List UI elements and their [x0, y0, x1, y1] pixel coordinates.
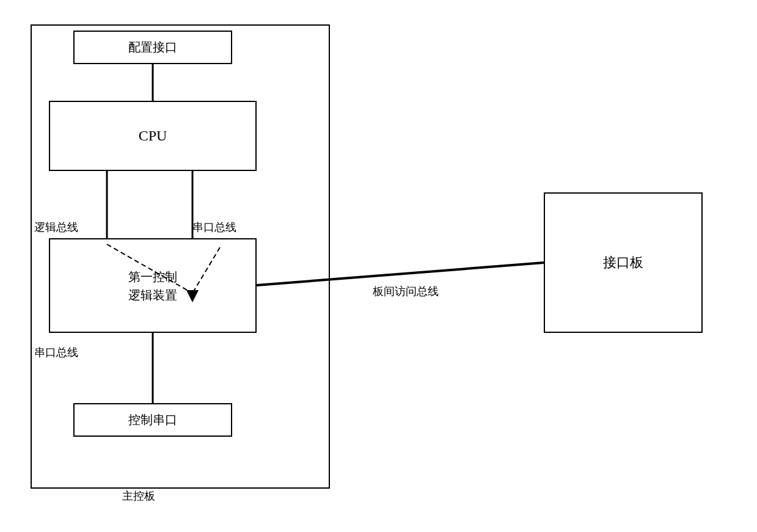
diagram-container: 主控板 配置接口 CPU 第一控制 逻辑装置 控制串口 接口板 逻辑总线 串口总… [12, 12, 745, 519]
logic-bus-label: 逻辑总线 [34, 220, 78, 235]
control-serial-label: 控制串口 [128, 412, 177, 428]
cpu-label: CPU [139, 128, 167, 144]
interface-board-label: 接口板 [603, 253, 643, 272]
config-interface-label: 配置接口 [128, 39, 177, 56]
control-serial-box: 控制串口 [73, 403, 232, 437]
config-interface-box: 配置接口 [73, 31, 232, 64]
first-control-label: 第一控制 逻辑装置 [128, 268, 177, 304]
cpu-box: CPU [49, 101, 257, 171]
inter-board-bus-label: 板间访问总线 [373, 284, 439, 299]
serial-bus-label-1: 串口总线 [192, 220, 236, 235]
main-board-label: 主控板 [122, 489, 155, 503]
interface-board-box: 接口板 [544, 192, 703, 333]
first-control-box: 第一控制 逻辑装置 [49, 238, 257, 333]
serial-bus-label-2: 串口总线 [34, 345, 78, 360]
